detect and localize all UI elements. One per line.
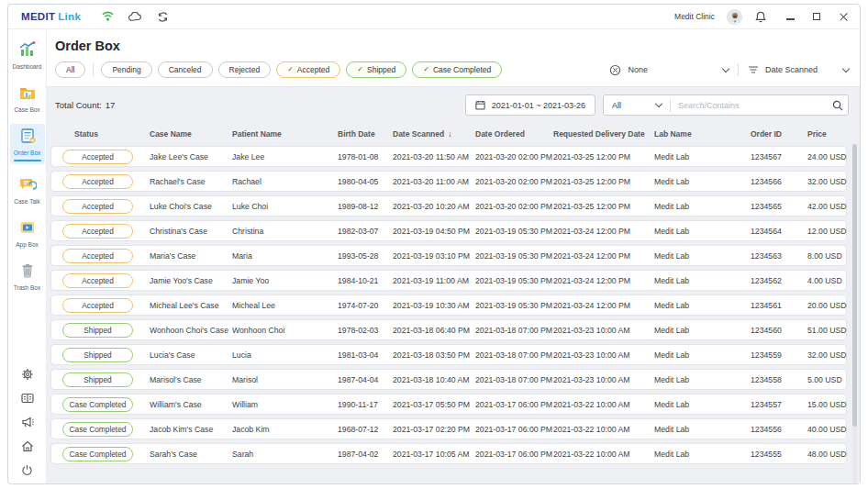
cell-date-scanned: 2021-03-17 02:20 PM (393, 425, 475, 434)
sidebar-item-order-box[interactable]: Order Box (10, 124, 45, 164)
refresh-icon[interactable] (156, 10, 170, 24)
cell-case-name: Micheal Lee's Case (150, 301, 232, 310)
cell-patient-name: Marisol (232, 375, 338, 384)
order-table-row[interactable]: Accepted Luke Choi's Case Luke Choi 1989… (50, 195, 847, 217)
titlebar: MEDIT Link Medit Clinic (8, 5, 860, 29)
group-by-dropdown[interactable]: None (609, 64, 729, 76)
status-filter-pill[interactable]: Canceled (158, 61, 213, 78)
cell-order-id: 1234555 (751, 450, 807, 459)
cell-birth-date: 1984-10-21 (338, 276, 393, 285)
col-header-order-id[interactable]: Order ID (751, 129, 807, 139)
col-header-label: Date Scanned (393, 129, 444, 139)
order-table-row[interactable]: Case Completed Jacob Kim's Case Jacob Ki… (50, 418, 847, 439)
cell-case-name: Jake Lee's Case (150, 152, 232, 161)
cell-date-ordered: 2021-03-18 07:00 PM (475, 375, 553, 384)
cell-lab-name: Medit Lab (654, 350, 751, 360)
col-header-case-name[interactable]: Case Name (150, 129, 232, 139)
order-table-row[interactable]: Shipped Lucia's Case Lucia 1981-03-04 20… (50, 344, 847, 365)
order-table-row[interactable]: Case Completed William's Case William 19… (50, 394, 847, 415)
minimize-button[interactable] (785, 11, 796, 22)
cell-date-scanned: 2021-03-20 11:50 AM (393, 152, 475, 161)
cell-price: 4.00 USD (807, 276, 846, 285)
sidebar-item-app-box[interactable]: App Box (10, 216, 45, 250)
cell-birth-date: 1987-04-02 (338, 450, 393, 459)
order-table-row[interactable]: Accepted Christina's Case Christina 1982… (50, 220, 847, 241)
check-icon: ✓ (423, 66, 429, 73)
feedback-megaphone-icon[interactable] (21, 416, 34, 428)
cell-date-ordered: 2021-03-20 02:00 PM (475, 202, 553, 211)
date-range-picker[interactable]: 2021-01-01 ~ 2021-03-26 (465, 94, 595, 116)
date-range-value: 2021-01-01 ~ 2021-03-26 (492, 101, 585, 110)
search-input[interactable] (671, 101, 828, 110)
cell-case-name: Marisol's Case (150, 375, 232, 384)
status-filter-pill[interactable]: ✓ Accepted (276, 61, 340, 78)
sidebar-item-dashboard[interactable]: Dashboard (10, 38, 45, 72)
col-header-status[interactable]: Status (62, 129, 150, 139)
home-icon[interactable] (21, 439, 34, 452)
order-table-row[interactable]: Accepted Rachael's Case Rachael 1980-04-… (50, 171, 847, 192)
search-icon[interactable] (828, 100, 848, 111)
order-table-row[interactable]: Shipped Marisol's Case Marisol 1987-04-0… (50, 369, 847, 390)
power-icon[interactable] (21, 463, 34, 476)
filter-divider (93, 63, 94, 76)
chevron-down-icon (842, 64, 850, 72)
cell-requested-delivery-date: 2021-03-25 12:00 PM (553, 177, 654, 186)
status-filter-pill[interactable]: ✓ Case Completed (412, 61, 502, 78)
sidebar-item-trash-box[interactable]: Trash Box (10, 259, 45, 294)
cell-requested-delivery-date: 2021-03-23 10:00 AM (553, 326, 654, 335)
col-header-date-ordered[interactable]: Date Ordered (475, 129, 553, 139)
status-badge: Shipped (62, 348, 133, 362)
notifications-bell-icon[interactable] (754, 10, 767, 23)
app-window: MEDIT Link Medit Clinic (7, 4, 861, 484)
order-table-row[interactable]: Accepted Maria's Case Maria 1993-05-28 2… (50, 245, 847, 266)
cell-date-ordered: 2021-03-19 05:30 PM (475, 301, 553, 310)
col-header-requested-delivery-date[interactable]: Requested Delivery Date (553, 129, 654, 139)
order-table-row[interactable]: Accepted Jake Lee's Case Jake Lee 1978-0… (50, 146, 847, 167)
col-header-price[interactable]: Price (807, 129, 847, 139)
col-header-date-scanned[interactable]: Date Scanned↓ (393, 129, 475, 139)
sidebar-item-case-box[interactable]: Case Box (10, 81, 45, 116)
status-filter-pill[interactable]: Rejected (218, 61, 272, 78)
cell-order-id: 1234558 (751, 375, 807, 384)
sidebar-bottom-icons (21, 368, 34, 476)
cell-case-name: Lucia's Case (150, 350, 232, 360)
close-button[interactable] (838, 11, 849, 22)
calendar-icon (475, 100, 485, 110)
user-guide-icon[interactable] (21, 392, 34, 405)
cell-patient-name: Luke Choi (232, 202, 338, 211)
search-field-select[interactable]: All (604, 101, 670, 110)
col-header-patient-name[interactable]: Patient Name (232, 129, 338, 139)
cell-price: 15.00 USD (807, 400, 847, 409)
cell-price: 20.00 USD (807, 301, 847, 310)
user-avatar[interactable] (727, 9, 742, 25)
cell-patient-name: Christina (232, 227, 338, 236)
cell-date-scanned: 2021-03-17 10:05 AM (393, 450, 475, 459)
order-table-row[interactable]: Accepted Micheal Lee's Case Micheal Lee … (50, 295, 847, 316)
settings-gear-icon[interactable] (21, 368, 34, 381)
status-badge: Accepted (62, 298, 133, 313)
sidebar-item-case-talk[interactable]: Case Talk (10, 172, 45, 207)
cell-date-scanned: 2021-03-19 04:50 PM (393, 227, 475, 236)
cell-date-ordered: 2021-03-19 05:30 PM (475, 276, 553, 285)
order-table-row[interactable]: Accepted Jamie Yoo's Case Jamie Yoo 1984… (50, 270, 847, 291)
cell-date-scanned: 2021-03-19 10:30 AM (393, 301, 475, 310)
cell-price: 40.00 USD (807, 425, 847, 434)
cell-requested-delivery-date: 2021-03-23 10:00 AM (553, 350, 654, 360)
cloud-sync-icon[interactable] (128, 10, 142, 24)
cell-date-ordered: 2021-03-18 07:00 PM (475, 326, 553, 335)
scrollbar-thumb[interactable] (852, 144, 857, 427)
order-table-row[interactable]: Case Completed Sarah's Case Sarah 1987-0… (50, 443, 847, 464)
network-status-icon (101, 10, 115, 24)
col-header-birth-date[interactable]: Birth Date (338, 129, 393, 139)
cell-birth-date: 1990-11-17 (338, 400, 393, 409)
status-filter-pill[interactable]: ✓ Shipped (346, 61, 406, 78)
order-table-row[interactable]: Shipped Wonhoon Choi's Case Wonhoon Choi… (50, 319, 847, 340)
sort-by-dropdown[interactable]: Date Scanned (748, 65, 849, 74)
col-header-lab-name[interactable]: Lab Name (654, 129, 751, 139)
cell-birth-date: 1982-03-07 (338, 227, 393, 236)
maximize-button[interactable] (811, 11, 822, 22)
status-filter-pill[interactable]: All (55, 61, 85, 78)
cell-date-ordered: 2021-03-19 05:30 PM (475, 227, 553, 236)
cell-patient-name: Rachael (232, 177, 338, 186)
status-filter-pill[interactable]: Pending (101, 61, 151, 78)
